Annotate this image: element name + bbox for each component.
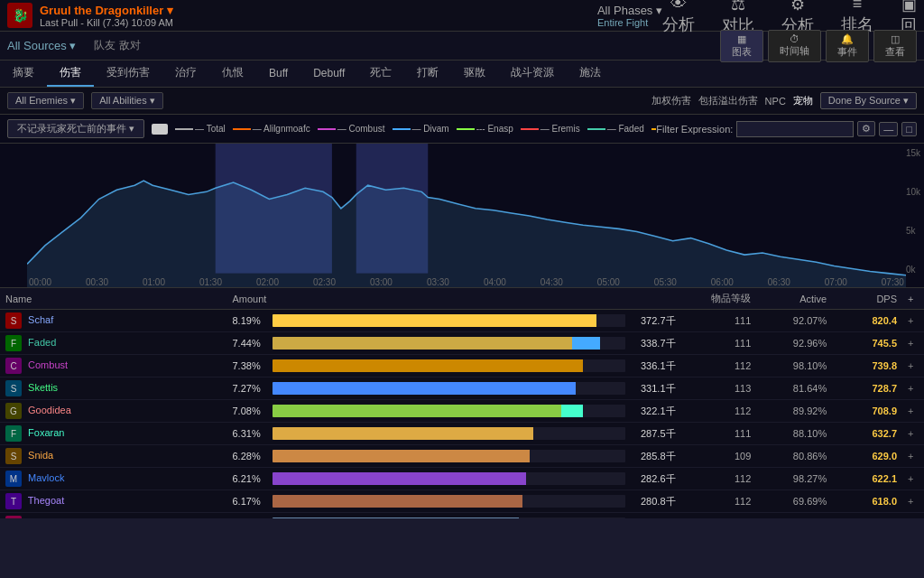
ilvl-cell: 112 <box>681 468 757 490</box>
tab-interrupt[interactable]: 驱散 <box>451 61 498 87</box>
dps-cell: 629.0 <box>832 445 902 468</box>
player-name-cell: F Foxaran <box>0 423 227 445</box>
amount-value: 372.7千 <box>631 314 676 328</box>
expand-cell[interactable]: + <box>902 400 924 423</box>
expand-cell[interactable]: + <box>902 310 924 332</box>
expand-cell[interactable]: + <box>902 423 924 445</box>
second-icons: ▦ 图表 ⏱ 时间轴 🔔 事件 ◫ 查看 <box>720 30 917 62</box>
amount-value: 287.5千 <box>631 427 676 441</box>
settings-icon-btn[interactable]: ⚙ <box>857 121 875 136</box>
chart-svg[interactable] <box>27 144 906 287</box>
tab-combat[interactable]: 战斗资源 <box>498 61 567 87</box>
tab-damage[interactable]: 伤害 <box>47 61 94 87</box>
player-name: Foxaran <box>28 427 64 438</box>
weighted-dmg-option[interactable]: 加权伤害 <box>651 94 691 107</box>
player-icon: M <box>5 471 22 487</box>
amount-value: 331.1千 <box>631 382 676 396</box>
expand-cell[interactable]: + <box>902 378 924 400</box>
table-row[interactable]: F Foxaran 6.31% 287.5千 111 88.10% 632.7 … <box>0 423 924 445</box>
col-ilvl-header[interactable]: 物品等级 <box>681 288 757 310</box>
col-expand-header[interactable]: + <box>902 288 924 310</box>
table-row[interactable]: C Combust 7.38% 336.1千 112 98.10% 739.8 … <box>0 355 924 378</box>
dps-cell: 708.9 <box>832 400 902 423</box>
all-enemies-btn[interactable]: All Enemies ▾ <box>7 92 84 109</box>
boss-name[interactable]: Gruul the Dragonkiller ▾ <box>40 4 583 17</box>
col-name-header[interactable]: Name <box>0 288 227 310</box>
amount-value: 338.7千 <box>631 337 676 350</box>
table-row[interactable]: S Snida 6.28% 285.8千 109 80.86% 629.0 + <box>0 445 924 468</box>
expand-cell[interactable]: + <box>902 490 924 513</box>
pet-option[interactable]: 宠物 <box>793 94 813 107</box>
col-amount-header[interactable]: Amount <box>227 288 681 310</box>
timeline-btn[interactable]: ⏱ 时间轴 <box>768 30 821 62</box>
boss-avatar: 🐉 <box>7 3 32 28</box>
ilvl-cell: 111 <box>681 513 757 519</box>
table-row[interactable]: S Skettis 7.27% 331.1千 113 81.64% 728.7 … <box>0 378 924 400</box>
tab-debuff[interactable]: Debuff <box>300 61 357 87</box>
legend-combust: — Combust <box>318 124 385 134</box>
expand-chart-btn[interactable]: □ <box>901 122 917 136</box>
player-name: Faded <box>28 337 56 348</box>
player-icon: S <box>5 448 22 464</box>
expand-cell[interactable]: + <box>902 332 924 355</box>
browse-icon: ◫ <box>891 33 900 45</box>
expand-cell[interactable]: + <box>902 355 924 378</box>
events-btn[interactable]: 🔔 事件 <box>826 30 869 62</box>
expand-cell[interactable]: + <box>902 468 924 490</box>
legend-items: — Total — Alilgnmoafc — Combust — Divam … <box>175 124 656 134</box>
tab-hatred[interactable]: 仇恨 <box>209 61 256 87</box>
expand-cell[interactable]: + <box>902 445 924 468</box>
col-dps-header[interactable]: DPS <box>832 288 902 310</box>
active-cell: 98.27% <box>756 468 832 490</box>
tab-death[interactable]: 死亡 <box>357 61 404 87</box>
bell-icon: 🔔 <box>841 33 854 45</box>
analyze-btn[interactable]: 👁分析 <box>662 0 695 36</box>
minus-btn[interactable]: — <box>879 122 898 136</box>
table-row[interactable]: V Vicent 6.12% 278.4千 111 77.75% 612.8 + <box>0 513 924 519</box>
team-mode-label: 队友 敌对 <box>94 38 140 53</box>
table-row[interactable]: M Mavlock 6.21% 282.6千 112 98.27% 622.1 … <box>0 468 924 490</box>
rank-icon: ≡ <box>853 0 863 14</box>
player-icon: G <box>5 403 22 419</box>
dps-cell: 612.8 <box>832 513 902 519</box>
chart-icon: ▦ <box>737 33 746 45</box>
data-table-container: Name Amount 物品等级 Active DPS + S Schaf 8.… <box>0 288 924 518</box>
done-source-btn[interactable]: Done By Source ▾ <box>820 92 917 109</box>
expand-cell[interactable]: + <box>902 513 924 519</box>
y-0k: 0k <box>906 265 920 275</box>
x-0630: 06:30 <box>768 277 790 287</box>
player-name-cell: T Thegoat <box>0 490 227 513</box>
player-name-cell: C Combust <box>0 355 227 378</box>
x-0030: 00:30 <box>86 277 108 287</box>
phases-button[interactable]: All Phases ▾ <box>597 4 662 17</box>
legend-toggle[interactable] <box>152 124 168 135</box>
table-row[interactable]: T Thegoat 6.17% 280.8千 112 69.69% 618.0 … <box>0 490 924 513</box>
chart-view-btn[interactable]: ▦ 图表 <box>720 30 763 62</box>
pct-value: 7.27% <box>233 383 267 394</box>
amount-value: 278.4千 <box>631 517 676 519</box>
all-abilities-btn[interactable]: All Abilities ▾ <box>91 92 163 109</box>
boss-sub: Last Pull - Kill (7.34) 10:09 AM <box>40 17 583 28</box>
tab-healing[interactable]: 治疗 <box>162 61 209 87</box>
amount-cell: 6.12% 278.4千 <box>227 513 681 519</box>
table-row[interactable]: G Goodidea 7.08% 322.1千 112 89.92% 708.9… <box>0 400 924 423</box>
tab-buff[interactable]: Buff <box>256 61 300 87</box>
active-cell: 88.10% <box>756 423 832 445</box>
event-filter-btn[interactable]: 不记录玩家死亡前的事件 ▾ <box>7 119 144 138</box>
all-sources-button[interactable]: All Sources ▾ <box>7 39 76 52</box>
table-row[interactable]: F Faded 7.44% 338.7千 111 92.96% 745.5 + <box>0 332 924 355</box>
tab-spells[interactable]: 施法 <box>567 61 614 87</box>
browse-btn[interactable]: ◫ 查看 <box>873 30 917 62</box>
filter-input[interactable] <box>736 121 854 137</box>
compare-icon: ⚖ <box>731 0 745 14</box>
col-active-header[interactable]: Active <box>756 288 832 310</box>
tab-cast[interactable]: 打断 <box>404 61 451 87</box>
tab-summary[interactable]: 摘要 <box>0 61 47 87</box>
player-name: Schaf <box>28 314 53 325</box>
overflow-dmg-option[interactable]: 包括溢出伤害 <box>698 94 758 107</box>
active-cell: 89.92% <box>756 400 832 423</box>
table-row[interactable]: S Schaf 8.19% 372.7千 111 92.07% 820.4 + <box>0 310 924 332</box>
pct-value: 6.17% <box>233 496 267 507</box>
tab-taken[interactable]: 受到伤害 <box>94 61 162 87</box>
npc-option[interactable]: NPC <box>765 96 786 107</box>
